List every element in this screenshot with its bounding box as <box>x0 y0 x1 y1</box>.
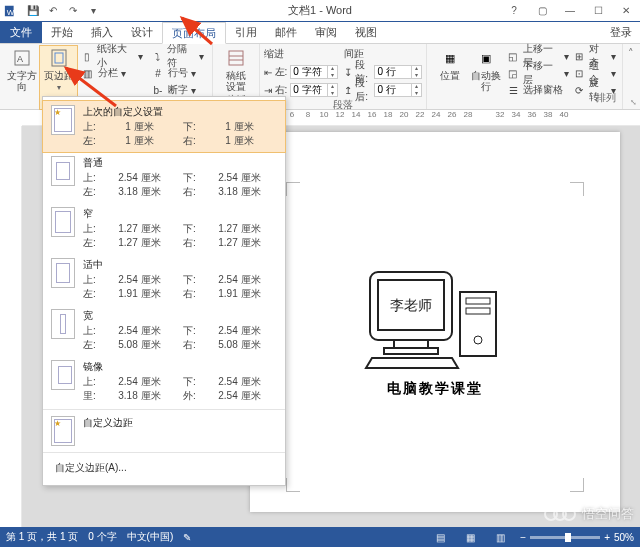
login-link[interactable]: 登录 <box>602 22 640 43</box>
svg-line-19 <box>182 18 212 44</box>
svg-text:李老师: 李老师 <box>390 297 432 313</box>
zoom-in-icon[interactable]: + <box>604 532 610 543</box>
tab-review[interactable]: 审阅 <box>306 22 346 43</box>
svg-rect-6 <box>229 51 243 65</box>
paper-size-icon: ▯ <box>81 49 94 63</box>
zoom-level[interactable]: 50% <box>614 532 634 543</box>
ribbon-tabs: 文件 开始 插入 设计 页面布局 引用 邮件 审阅 视图 登录 <box>0 22 640 44</box>
redo-icon[interactable]: ↷ <box>64 2 82 20</box>
text-direction-icon: A <box>12 48 32 68</box>
indent-right-icon: ⇥ <box>264 85 272 96</box>
separator <box>43 409 285 410</box>
maximize-icon[interactable]: ☐ <box>584 1 612 21</box>
status-bar: 第 1 页，共 1 页 0 个字 中文(中国) ✎ ▤ ▦ ▥ − + 50% <box>0 527 640 547</box>
view-read-icon[interactable]: ▤ <box>430 529 450 545</box>
status-language[interactable]: 中文(中国) <box>127 530 174 544</box>
group-label-arrange: 排列 <box>596 91 616 107</box>
space-before-icon: ↧ <box>344 67 352 78</box>
margin-thumb-icon <box>51 360 75 390</box>
status-page[interactable]: 第 1 页，共 1 页 <box>6 530 78 544</box>
svg-rect-11 <box>394 340 428 348</box>
crop-mark <box>286 478 300 492</box>
line-numbers-icon: # <box>151 66 165 80</box>
indent-right-spinner[interactable]: ▴▾ <box>290 83 338 97</box>
zoom-slider[interactable]: − + 50% <box>520 532 634 543</box>
margin-thumb-icon: ★ <box>51 416 75 446</box>
align-icon: ⊞ <box>573 49 586 63</box>
margin-option-wide[interactable]: 宽 上:2.54 厘米下:2.54 厘米 左:5.08 厘米右:5.08 厘米 <box>43 305 285 356</box>
margin-thumb-icon <box>51 207 75 237</box>
selection-pane-button[interactable]: ☰选择窗格 <box>506 82 568 98</box>
send-backward-button[interactable]: ◲下移一层 ▾ <box>506 65 568 81</box>
space-before-spinner[interactable]: ▴▾ <box>374 65 422 79</box>
status-word-count[interactable]: 0 个字 <box>88 530 116 544</box>
indent-left-icon: ⇤ <box>264 67 272 78</box>
manuscript-paper-button[interactable]: 稿纸 设置 <box>217 46 255 92</box>
wrap-text-button[interactable]: ▣自动换行 <box>468 46 504 109</box>
svg-rect-16 <box>466 308 490 314</box>
group-icon: ⊡ <box>573 66 586 80</box>
title-bar: W 💾 ↶ ↷ ▾ 文档1 - Word ? ▢ — ☐ ✕ <box>0 0 640 22</box>
margin-option-mirror[interactable]: 镜像 上:2.54 厘米下:2.54 厘米 里:3.18 厘米外:2.54 厘米 <box>43 356 285 407</box>
tab-home[interactable]: 开始 <box>42 22 82 43</box>
svg-rect-5 <box>55 53 63 63</box>
hyphenation-icon: b- <box>151 83 165 97</box>
svg-rect-12 <box>384 348 438 354</box>
custom-margins-action[interactable]: 自定义边距(A)... <box>43 455 285 481</box>
document-page[interactable]: 李老师 电脑教学课堂 <box>250 132 620 512</box>
window-title: 文档1 - Word <box>288 3 352 18</box>
indent-header: 缩进 <box>264 46 339 62</box>
undo-icon[interactable]: ↶ <box>44 2 62 20</box>
annotation-arrow <box>176 14 216 48</box>
help-icon[interactable]: ? <box>500 1 528 21</box>
save-icon[interactable]: 💾 <box>24 2 42 20</box>
svg-point-17 <box>474 336 482 344</box>
line-numbers-button[interactable]: #行号 ▾ <box>151 65 204 81</box>
ribbon-display-icon[interactable]: ▢ <box>528 1 556 21</box>
indent-left-spinner[interactable]: ▴▾ <box>290 65 338 79</box>
space-after-icon: ↥ <box>344 85 352 96</box>
minimize-icon[interactable]: — <box>556 1 584 21</box>
view-print-icon[interactable]: ▦ <box>460 529 480 545</box>
margin-option-moderate[interactable]: 适中 上:2.54 厘米下:2.54 厘米 左:1.91 厘米右:1.91 厘米 <box>43 254 285 305</box>
margin-thumb-icon <box>51 309 75 339</box>
tab-file[interactable]: 文件 <box>0 22 42 43</box>
view-web-icon[interactable]: ▥ <box>490 529 510 545</box>
page-setup-dialog-launcher[interactable]: ⤡ <box>627 96 639 108</box>
vertical-ruler[interactable] <box>0 126 22 527</box>
tab-references[interactable]: 引用 <box>226 22 266 43</box>
space-after-spinner[interactable]: ▴▾ <box>374 83 422 97</box>
crop-mark <box>570 182 584 196</box>
svg-text:W: W <box>7 7 15 16</box>
margin-option-normal[interactable]: 普通 上:2.54 厘米下:2.54 厘米 左:3.18 厘米右:3.18 厘米 <box>43 152 285 203</box>
svg-line-18 <box>66 68 116 106</box>
word-app-icon: W <box>0 0 22 22</box>
paper-size-button[interactable]: ▯纸张大小 ▾ <box>81 48 143 64</box>
tab-design[interactable]: 设计 <box>122 22 162 43</box>
svg-rect-15 <box>466 298 490 304</box>
quick-access-toolbar: 💾 ↶ ↷ ▾ <box>24 2 102 20</box>
watermark-logo: 悟空问答 <box>549 505 634 523</box>
breaks-icon: ⤵ <box>151 49 164 63</box>
crop-mark <box>570 478 584 492</box>
margin-thumb-icon <box>51 258 75 288</box>
qat-more-icon[interactable]: ▾ <box>84 2 102 20</box>
position-button[interactable]: ▦位置 <box>431 46 467 109</box>
tab-view[interactable]: 视图 <box>346 22 386 43</box>
selection-pane-icon: ☰ <box>506 83 520 97</box>
position-icon: ▦ <box>440 48 460 68</box>
zoom-out-icon[interactable]: − <box>520 532 526 543</box>
svg-text:A: A <box>17 54 23 64</box>
illustration-caption: 电脑教学课堂 <box>360 380 510 398</box>
margin-thumb-icon <box>51 156 75 186</box>
tab-mailings[interactable]: 邮件 <box>266 22 306 43</box>
rotate-icon: ⟳ <box>573 83 586 97</box>
margin-option-custom-heading[interactable]: ★ 自定义边距 <box>43 412 285 450</box>
breaks-button[interactable]: ⤵分隔符 ▾ <box>151 48 204 64</box>
status-track-icon[interactable]: ✎ <box>183 532 191 543</box>
send-backward-icon: ◲ <box>506 66 519 80</box>
margin-option-narrow[interactable]: 窄 上:1.27 厘米下:1.27 厘米 左:1.27 厘米右:1.27 厘米 <box>43 203 285 254</box>
close-icon[interactable]: ✕ <box>612 1 640 21</box>
text-direction-button[interactable]: A 文字方向 <box>4 46 40 109</box>
tab-insert[interactable]: 插入 <box>82 22 122 43</box>
